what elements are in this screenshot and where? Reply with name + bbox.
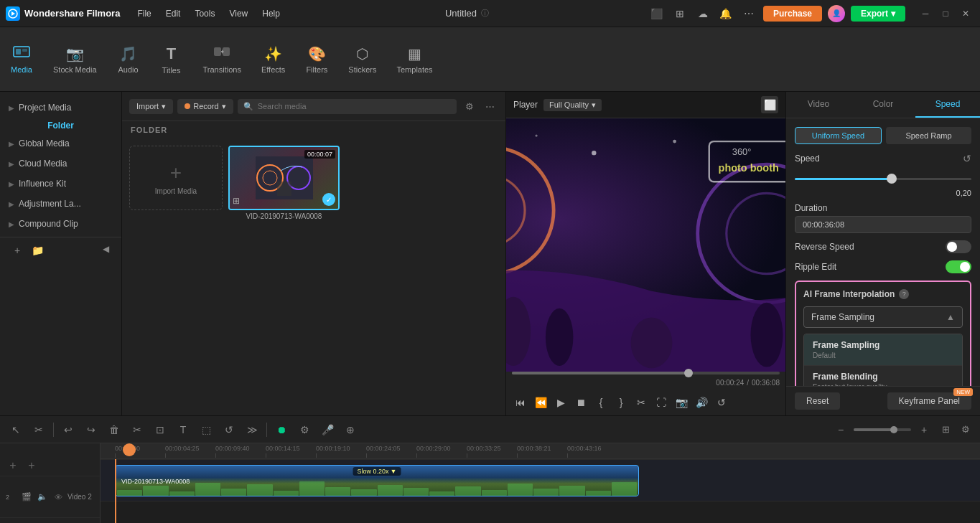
import-button[interactable]: Import ▾ bbox=[129, 99, 173, 114]
tl-more-btn[interactable]: ≫ bbox=[242, 420, 262, 440]
menu-file[interactable]: File bbox=[131, 6, 157, 22]
tl-layout-btn[interactable]: ⊞ bbox=[937, 421, 954, 438]
purchase-button[interactable]: Purchase bbox=[763, 6, 822, 22]
more-options-icon[interactable]: ⋯ bbox=[481, 98, 498, 115]
video-clip[interactable]: Slow 0.20x ▼ bbox=[115, 465, 639, 496]
tl-delete-btn[interactable]: 🗑 bbox=[104, 420, 124, 440]
tool-titles[interactable]: T Titles bbox=[150, 33, 193, 85]
track-lock-video2[interactable]: 🎬 bbox=[20, 491, 33, 504]
tl-text-btn[interactable]: T bbox=[173, 420, 193, 440]
play-icon[interactable]: ▶ bbox=[552, 394, 569, 411]
fullscreen-icon[interactable]: ⛶ bbox=[653, 394, 670, 411]
speed-reset-icon[interactable]: ↺ bbox=[963, 153, 971, 164]
menu-view[interactable]: View bbox=[223, 6, 253, 22]
import-media-area[interactable]: + Import Media bbox=[129, 146, 223, 210]
progress-bar[interactable] bbox=[512, 372, 780, 374]
tl-rotate-btn[interactable]: ↺ bbox=[219, 420, 239, 440]
tool-audio[interactable]: 🎵 Audio bbox=[107, 33, 150, 85]
sidebar-folder-btn[interactable]: Folder bbox=[0, 118, 121, 133]
cloud-icon[interactable]: ☁ bbox=[694, 5, 711, 22]
tool-transitions[interactable]: Transitions bbox=[193, 33, 251, 85]
track-hide-video2[interactable]: 👁 bbox=[52, 491, 65, 504]
player-screen-icon[interactable]: ⬜ bbox=[761, 96, 778, 113]
dropdown-option-frame-sampling[interactable]: Frame Sampling Default bbox=[804, 334, 962, 366]
tl-undo-btn[interactable]: ↩ bbox=[58, 420, 78, 440]
tl-zoom-thumb[interactable] bbox=[890, 426, 897, 433]
record-button[interactable]: Record ▾ bbox=[177, 99, 233, 114]
menu-edit[interactable]: Edit bbox=[160, 6, 187, 22]
tab-video[interactable]: Video bbox=[786, 92, 851, 118]
mark-out-icon[interactable]: } bbox=[612, 394, 630, 411]
tl-zoom-slider[interactable] bbox=[854, 428, 911, 431]
media-item[interactable]: 00:00:07 ⊞ ✓ VID-20190713-WA0008 bbox=[228, 146, 340, 220]
menu-tools[interactable]: Tools bbox=[189, 6, 220, 22]
tl-razor-tool[interactable]: ✂ bbox=[29, 420, 49, 440]
rotate-icon[interactable]: ↺ bbox=[713, 394, 730, 411]
search-input[interactable] bbox=[258, 102, 451, 110]
reset-button[interactable]: Reset bbox=[795, 392, 840, 410]
tl-crop-btn[interactable]: ⊡ bbox=[150, 420, 170, 440]
maximize-button[interactable]: □ bbox=[937, 6, 954, 21]
quality-select[interactable]: Full Quality ▾ bbox=[543, 99, 602, 111]
tool-templates[interactable]: ▦ Templates bbox=[386, 33, 442, 85]
tl-zoom-in-btn[interactable]: + bbox=[914, 420, 934, 440]
add-audio-track-btn[interactable]: + bbox=[24, 458, 39, 473]
sidebar-item-influence-kit[interactable]: ▶ Influence Kit bbox=[0, 174, 121, 194]
tool-stickers[interactable]: ⬡ Stickers bbox=[338, 33, 386, 85]
step-back-icon[interactable]: ⏪ bbox=[532, 394, 549, 411]
reverse-speed-toggle[interactable] bbox=[946, 240, 971, 253]
tl-redo-btn[interactable]: ↪ bbox=[81, 420, 101, 440]
tl-audio-btn[interactable]: 🎤 bbox=[317, 420, 337, 440]
playhead[interactable] bbox=[115, 459, 116, 523]
notification-icon[interactable]: 🔔 bbox=[717, 5, 734, 22]
speed-slider[interactable] bbox=[795, 171, 971, 186]
screen-icon[interactable]: ⬛ bbox=[648, 5, 666, 22]
add-video-track-btn[interactable]: + bbox=[6, 458, 20, 473]
dropdown-option-frame-blending[interactable]: Frame Blending Faster but lower quality bbox=[804, 366, 962, 386]
tool-effects[interactable]: ✨ Effects bbox=[251, 33, 295, 85]
sidebar-item-adjustment-la[interactable]: ▶ Adjustment La... bbox=[0, 194, 121, 214]
sidebar-add-btn[interactable]: + bbox=[9, 242, 26, 259]
stop-icon[interactable]: ⏹ bbox=[572, 394, 589, 411]
tl-settings-btn[interactable]: ⚙ bbox=[294, 420, 314, 440]
tool-filters[interactable]: 🎨 Filters bbox=[295, 33, 338, 85]
uniform-speed-button[interactable]: Uniform Speed bbox=[795, 127, 882, 144]
export-button[interactable]: Export ▾ bbox=[851, 6, 905, 22]
apps-icon[interactable]: ⋯ bbox=[740, 5, 757, 22]
tl-composite-btn[interactable]: ⊕ bbox=[340, 420, 360, 440]
sidebar-collapse-btn[interactable]: ◀ bbox=[98, 242, 113, 256]
ripple-edit-toggle[interactable] bbox=[946, 260, 971, 273]
tl-zoom-out-btn[interactable]: − bbox=[831, 420, 851, 440]
filter-icon[interactable]: ⚙ bbox=[461, 98, 478, 115]
sidebar-item-compound-clip[interactable]: ▶ Compound Clip bbox=[0, 214, 121, 234]
track-mute-video2[interactable]: 🔈 bbox=[36, 491, 49, 504]
ai-info-icon[interactable]: ? bbox=[899, 289, 909, 299]
speed-slider-thumb[interactable] bbox=[887, 174, 897, 184]
minimize-button[interactable]: ─ bbox=[917, 6, 934, 21]
sidebar-item-project-media[interactable]: ▶ Project Media bbox=[0, 98, 121, 118]
ai-frame-dropdown[interactable]: Frame Sampling ▲ bbox=[803, 306, 963, 328]
skip-back-icon[interactable]: ⏮ bbox=[512, 394, 529, 411]
tl-record-btn[interactable]: ⏺ bbox=[271, 420, 291, 440]
progress-thumb[interactable] bbox=[684, 369, 693, 377]
sidebar-folder-btn2[interactable]: 📁 bbox=[29, 242, 46, 259]
tab-color[interactable]: Color bbox=[851, 92, 915, 118]
tl-select-tool[interactable]: ↖ bbox=[6, 420, 26, 440]
tl-cut-btn[interactable]: ✂ bbox=[127, 420, 147, 440]
panel-icon[interactable]: ⊞ bbox=[671, 5, 689, 22]
snapshot-icon[interactable]: 📷 bbox=[673, 394, 690, 411]
avatar[interactable]: 👤 bbox=[828, 5, 845, 22]
mark-in-icon[interactable]: { bbox=[592, 394, 610, 411]
sidebar-item-cloud-media[interactable]: ▶ Cloud Media bbox=[0, 154, 121, 174]
close-button[interactable]: ✕ bbox=[957, 6, 974, 21]
tl-transform-btn[interactable]: ⬚ bbox=[196, 420, 216, 440]
speed-ramp-button[interactable]: Speed Ramp bbox=[886, 127, 971, 144]
sidebar-item-global-media[interactable]: ▶ Global Media bbox=[0, 133, 121, 154]
volume-icon[interactable]: 🔊 bbox=[693, 394, 710, 411]
tab-speed[interactable]: Speed bbox=[915, 92, 980, 118]
split-icon[interactable]: ✂ bbox=[633, 394, 650, 411]
tool-media[interactable]: Media bbox=[0, 33, 43, 85]
tool-stock-media[interactable]: 📷 Stock Media bbox=[43, 33, 107, 85]
menu-help[interactable]: Help bbox=[256, 6, 286, 22]
tl-settings2-btn[interactable]: ⚙ bbox=[957, 421, 974, 438]
